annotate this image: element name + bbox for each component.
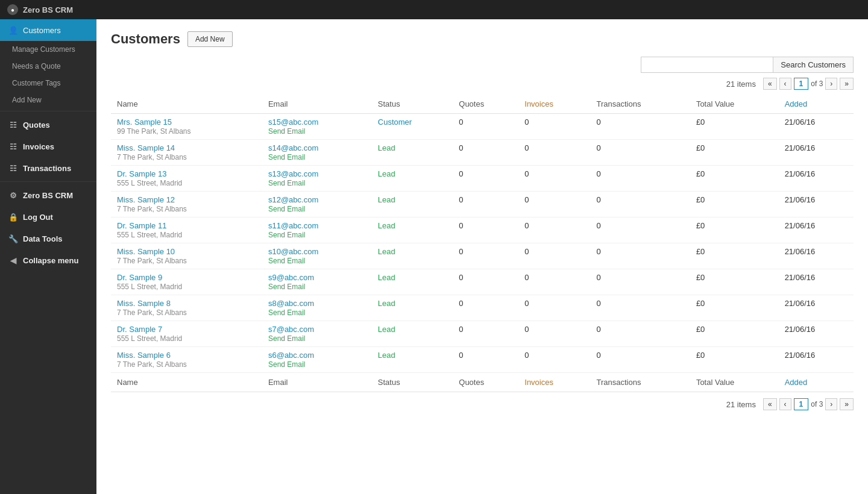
sidebar-item-quotes[interactable]: ☷ Quotes bbox=[0, 114, 96, 136]
email-link[interactable]: s7@abc.com bbox=[268, 325, 314, 334]
cell-status: Lead bbox=[372, 321, 453, 347]
cell-transactions: 0 bbox=[590, 243, 690, 269]
customer-name-link[interactable]: Miss. Sample 14 bbox=[117, 143, 175, 152]
cell-invoices: 0 bbox=[518, 295, 590, 321]
send-email-link[interactable]: Send Email bbox=[268, 308, 305, 317]
sidebar-item-zero-bs-crm[interactable]: ⚙ Zero BS CRM bbox=[0, 184, 96, 206]
send-email-link[interactable]: Send Email bbox=[268, 231, 305, 239]
email-link[interactable]: s13@abc.com bbox=[268, 169, 318, 178]
cell-total-value: £0 bbox=[690, 192, 779, 217]
cell-added: 21/06/16 bbox=[779, 140, 854, 166]
table-row: Miss. Sample 14 7 The Park, St Albans s1… bbox=[111, 140, 854, 166]
table-row: Dr. Sample 9 555 L Street, Madrid s9@abc… bbox=[111, 269, 854, 295]
next-page-btn-bottom[interactable]: › bbox=[825, 398, 837, 410]
gear-icon: ⚙ bbox=[8, 190, 18, 200]
customer-name-link[interactable]: Dr. Sample 13 bbox=[117, 169, 166, 178]
app-name: Zero BS CRM bbox=[23, 5, 73, 14]
cell-status: Lead bbox=[372, 243, 453, 269]
search-button[interactable]: Search Customers bbox=[773, 57, 854, 73]
last-page-btn-bottom[interactable]: » bbox=[840, 398, 854, 410]
prev-page-btn-top[interactable]: ‹ bbox=[779, 78, 791, 90]
cell-total-value: £0 bbox=[690, 321, 779, 347]
add-new-button[interactable]: Add New bbox=[187, 31, 233, 47]
data-tools-label: Data Tools bbox=[23, 234, 63, 243]
email-link[interactable]: s6@abc.com bbox=[268, 351, 314, 360]
customer-name-link[interactable]: Dr. Sample 11 bbox=[117, 221, 166, 230]
customer-name-link[interactable]: Mrs. Sample 15 bbox=[117, 117, 172, 127]
customer-name-link[interactable]: Miss. Sample 10 bbox=[117, 247, 175, 256]
page-title: Customers bbox=[111, 31, 180, 47]
customer-tags-label: Customer Tags bbox=[12, 79, 60, 87]
email-link[interactable]: s12@abc.com bbox=[268, 195, 318, 204]
invoice-icon: ☷ bbox=[8, 142, 18, 151]
cell-added: 21/06/16 bbox=[779, 166, 854, 192]
cell-email: s8@abc.com Send Email bbox=[262, 295, 372, 321]
send-email-link[interactable]: Send Email bbox=[268, 257, 305, 265]
customer-name-link[interactable]: Miss. Sample 8 bbox=[117, 299, 171, 308]
email-link[interactable]: s9@abc.com bbox=[268, 273, 314, 282]
search-input[interactable] bbox=[641, 57, 773, 73]
sidebar-item-customer-tags[interactable]: Customer Tags bbox=[0, 75, 96, 92]
sidebar-item-add-new[interactable]: Add New bbox=[0, 92, 96, 108]
customer-name-link[interactable]: Dr. Sample 9 bbox=[117, 273, 162, 282]
send-email-link[interactable]: Send Email bbox=[268, 283, 305, 291]
email-link[interactable]: s14@abc.com bbox=[268, 143, 318, 152]
customer-address: 555 L Street, Madrid bbox=[117, 283, 182, 291]
sidebar-item-invoices[interactable]: ☷ Invoices bbox=[0, 136, 96, 157]
topbar: ● Zero BS CRM bbox=[0, 0, 868, 19]
cell-transactions: 0 bbox=[590, 217, 690, 243]
table-row: Dr. Sample 13 555 L Street, Madrid s13@a… bbox=[111, 166, 854, 192]
page-of-top: of 3 bbox=[811, 80, 823, 88]
sidebar-item-manage-customers[interactable]: Manage Customers bbox=[0, 41, 96, 58]
cell-total-value: £0 bbox=[690, 295, 779, 321]
cell-email: s6@abc.com Send Email bbox=[262, 347, 372, 373]
customer-name-link[interactable]: Miss. Sample 6 bbox=[117, 351, 171, 360]
cell-email: s7@abc.com Send Email bbox=[262, 321, 372, 347]
next-page-btn-top[interactable]: › bbox=[825, 78, 837, 90]
collapse-menu-label: Collapse menu bbox=[23, 256, 78, 265]
customer-address: 7 The Park, St Albans bbox=[117, 257, 187, 265]
sidebar-item-log-out[interactable]: 🔒 Log Out bbox=[0, 206, 96, 228]
send-email-link[interactable]: Send Email bbox=[268, 179, 305, 187]
first-page-btn-bottom[interactable]: « bbox=[763, 398, 777, 410]
send-email-link[interactable]: Send Email bbox=[268, 334, 305, 343]
sidebar-item-customers[interactable]: 👤 Customers bbox=[0, 19, 96, 41]
last-page-btn-top[interactable]: » bbox=[840, 78, 854, 90]
cell-name: Miss. Sample 12 7 The Park, St Albans bbox=[111, 192, 262, 217]
send-email-link[interactable]: Send Email bbox=[268, 153, 305, 161]
cell-status: Lead bbox=[372, 295, 453, 321]
sidebar-item-data-tools[interactable]: 🔧 Data Tools bbox=[0, 228, 96, 249]
customer-name-link[interactable]: Miss. Sample 12 bbox=[117, 195, 175, 204]
send-email-link[interactable]: Send Email bbox=[268, 205, 305, 213]
email-link[interactable]: s8@abc.com bbox=[268, 299, 314, 308]
cell-added: 21/06/16 bbox=[779, 269, 854, 295]
cell-quotes: 0 bbox=[453, 192, 518, 217]
cell-invoices: 0 bbox=[518, 140, 590, 166]
cell-total-value: £0 bbox=[690, 114, 779, 140]
cell-invoices: 0 bbox=[518, 321, 590, 347]
status-badge: Lead bbox=[378, 247, 395, 256]
sidebar-item-needs-a-quote[interactable]: Needs a Quote bbox=[0, 58, 96, 75]
table-header-row: Name Email Status Quotes Invoices Transa… bbox=[111, 95, 854, 114]
send-email-link[interactable]: Send Email bbox=[268, 127, 305, 136]
email-link[interactable]: s15@abc.com bbox=[268, 117, 318, 127]
customer-name-link[interactable]: Dr. Sample 7 bbox=[117, 325, 162, 334]
cell-email: s10@abc.com Send Email bbox=[262, 243, 372, 269]
add-new-label: Add New bbox=[12, 96, 42, 104]
col-header-email: Email bbox=[262, 95, 372, 114]
cell-status: Lead bbox=[372, 166, 453, 192]
customer-address: 7 The Park, St Albans bbox=[117, 205, 187, 213]
sidebar-item-collapse-menu[interactable]: ◀ Collapse menu bbox=[0, 249, 96, 271]
sidebar-item-transactions[interactable]: ☷ Transactions bbox=[0, 157, 96, 179]
pagination-top: 21 items « ‹ 1 of 3 › » bbox=[111, 78, 854, 90]
email-link[interactable]: s10@abc.com bbox=[268, 247, 318, 256]
prev-page-btn-bottom[interactable]: ‹ bbox=[779, 398, 791, 410]
first-page-btn-top[interactable]: « bbox=[763, 78, 777, 90]
col-header-transactions: Transactions bbox=[590, 95, 690, 114]
cell-added: 21/06/16 bbox=[779, 347, 854, 373]
items-count-top: 21 items bbox=[726, 80, 756, 89]
current-page-top: 1 bbox=[794, 78, 809, 90]
send-email-link[interactable]: Send Email bbox=[268, 360, 305, 369]
email-link[interactable]: s11@abc.com bbox=[268, 221, 318, 230]
col-footer-name: Name bbox=[111, 373, 262, 392]
